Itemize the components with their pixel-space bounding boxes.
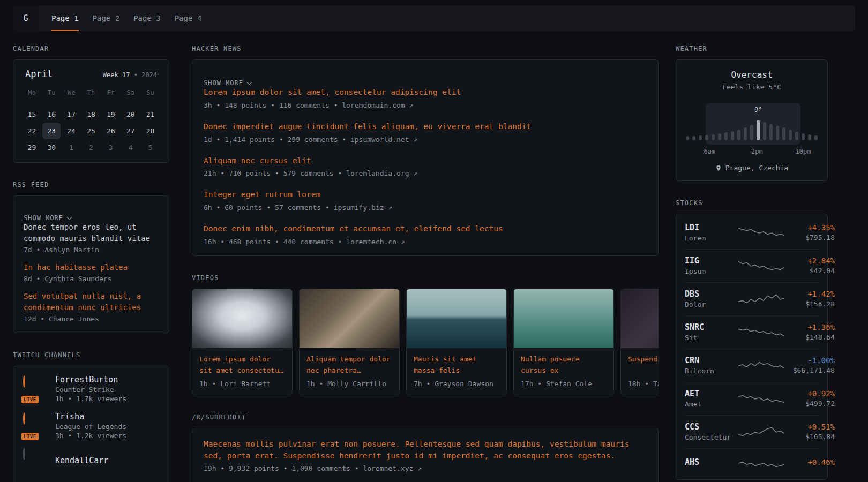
video-card[interactable]: Nullam posuere cursus ex 17h • Stefan Co…	[513, 289, 614, 395]
twitch-channel-row[interactable]: KendallCarr	[23, 449, 159, 473]
hackernews-item-title[interactable]: Integer eget rutrum lorem	[204, 189, 647, 201]
rss-widget: RSS FEED SHOW MORE Donec tempor eros leo…	[13, 181, 169, 333]
stock-row[interactable]: DBS Dolor +1.42% $156.28	[685, 282, 819, 315]
stock-values: +1.36% $148.64	[784, 323, 835, 341]
stock-values: +2.84% $42.04	[784, 257, 835, 275]
stock-ticker: CRN	[685, 356, 738, 365]
video-title[interactable]: Lorem ipsum dolor sit amet consectetu…	[199, 353, 285, 376]
stock-row[interactable]: AHS +0.46%	[685, 448, 819, 477]
video-meta: 1h • Molly Carrillo	[306, 380, 392, 388]
calendar-day-of-week: Sa	[121, 86, 140, 100]
video-card-body: Aliquam tempor dolor nec pharetra… 1h • …	[300, 348, 399, 395]
weather-bar	[692, 136, 695, 140]
calendar-header: April Week 17 • 2024	[22, 69, 160, 79]
video-title[interactable]: Mauris sit amet massa felis	[414, 353, 499, 376]
hackernews-item-title[interactable]: Donec imperdiet augue tincidunt felis al…	[204, 121, 647, 133]
page-tab[interactable]: Page 4	[175, 5, 202, 31]
stock-row[interactable]: SNRC Sit +1.36% $148.64	[685, 315, 819, 349]
rss-item-title[interactable]: In hac habitasse platea	[24, 262, 159, 273]
page-tab[interactable]: Page 1	[51, 5, 79, 31]
twitch-channel-info: Trisha League of Legends 3h • 1.2k viewe…	[55, 412, 126, 440]
page-tab[interactable]: Page 2	[93, 5, 120, 31]
content: CALENDAR April Week 17 • 2024 MoTuWeThFr…	[0, 31, 868, 482]
video-meta: 17h • Stefan Cole	[521, 380, 607, 388]
calendar-day: 2	[82, 139, 100, 156]
hackernews-item-title[interactable]: Lorem ipsum dolor sit amet, consectetur …	[204, 87, 647, 99]
stock-sparkline	[738, 291, 784, 306]
rss-show-more-button[interactable]: SHOW MORE	[24, 214, 71, 222]
calendar-day: 5	[141, 139, 160, 156]
rss-item-title[interactable]: Sed volutpat nulla nisl, a condimentum n…	[24, 291, 159, 313]
weather-peak-label: 9°	[754, 106, 762, 114]
stock-ticker: AHS	[685, 457, 738, 467]
avatar	[23, 375, 25, 388]
stock-values: +4.35% $795.18	[784, 223, 835, 242]
calendar-week: Week 17	[103, 71, 130, 79]
stock-ticker: DBS	[685, 289, 738, 299]
twitch-channel-game: League of Legends	[55, 423, 126, 431]
app-logo[interactable]: G	[13, 5, 39, 31]
rss-widget-title: RSS FEED	[13, 181, 169, 189]
stock-name: Bitcorn	[685, 367, 738, 375]
video-meta: 7h • Grayson Dawson	[414, 380, 499, 388]
calendar-day: 22	[23, 123, 41, 139]
calendar-day: 17	[62, 106, 80, 123]
weather-bar	[776, 126, 779, 140]
rss-item-title[interactable]: Donec tempor eros leo, ut commodo mauris…	[24, 222, 159, 244]
stock-change: +0.46%	[784, 458, 835, 466]
stock-ticker: IIG	[685, 256, 738, 266]
stock-row[interactable]: LDI Lorem +4.35% $795.18	[685, 216, 819, 249]
calendar-day: 16	[42, 106, 61, 123]
twitch-channel-row[interactable]: LIVE Trisha League of Legends 3h • 1.2k …	[23, 412, 159, 440]
calendar-day-of-week: Mo	[22, 86, 42, 100]
video-card[interactable]: Aliquam tempor dolor nec pharetra… 1h • …	[299, 289, 400, 395]
subreddit-card: Maecenas mollis pulvinar erat non posuer…	[192, 428, 659, 482]
hackernews-item-title[interactable]: Aliquam nec cursus elit	[204, 155, 647, 167]
stock-name: Amet	[685, 400, 738, 408]
calendar-day: 27	[122, 123, 140, 139]
stock-row[interactable]: AET Amet +0.92% $499.72	[685, 382, 819, 415]
page-tab[interactable]: Page 3	[133, 5, 161, 31]
video-card[interactable]: Suspendisse diam 18h • Tara	[620, 289, 659, 395]
subreddit-widget: /R/SUBREDDIT Maecenas mollis pulvinar er…	[192, 413, 659, 482]
stock-sparkline	[738, 391, 784, 406]
weather-feels-like: Feels like 5°C	[686, 83, 818, 91]
video-card[interactable]: Lorem ipsum dolor sit amet consectetu… 1…	[192, 289, 293, 395]
calendar-day-of-week: We	[62, 86, 81, 100]
weather-times: 6am2pm10pm	[686, 148, 818, 156]
twitch-channel-row[interactable]: LIVE ForrestBurton Counter-Strike 1h • 1…	[23, 375, 159, 403]
stock-info: SNRC Sit	[685, 322, 738, 342]
subreddit-item-title[interactable]: Maecenas mollis pulvinar erat non posuer…	[204, 439, 647, 462]
video-card[interactable]: Mauris sit amet massa felis 7h • Grayson…	[406, 289, 507, 395]
video-title[interactable]: Suspendisse diam	[628, 353, 659, 376]
avatar	[23, 412, 25, 425]
stock-row[interactable]: CCS Consectetur +0.51% $165.84	[685, 415, 819, 448]
video-title[interactable]: Aliquam tempor dolor nec pharetra…	[306, 353, 392, 376]
hackernews-item-meta: 16h • 468 points • 440 comments • loremt…	[204, 238, 647, 246]
weather-widget: WEATHER Overcast Feels like 5°C 9° 6am2p…	[676, 45, 828, 181]
hackernews-widget-title: HACKER NEWS	[192, 45, 659, 52]
hackernews-show-more-button[interactable]: SHOW MORE	[204, 79, 251, 87]
weather-bar	[814, 135, 818, 140]
weather-widget-title: WEATHER	[676, 45, 828, 52]
stock-row[interactable]: CRN Bitcorn -1.00% $66,171.48	[685, 349, 819, 382]
hackernews-card: SHOW MORE Lorem ipsum dolor sit amet, co…	[192, 59, 659, 256]
weather-bar	[808, 134, 811, 140]
stock-change: +1.42%	[784, 290, 835, 298]
video-title[interactable]: Nullam posuere cursus ex	[521, 353, 607, 376]
stock-row[interactable]: IIG Ipsum +2.84% $42.04	[685, 249, 819, 282]
stock-values: +0.46%	[784, 458, 835, 468]
video-meta: 18h • Tara	[628, 380, 659, 388]
live-badge: LIVE	[21, 396, 39, 403]
weather-time-label: 10pm	[795, 148, 811, 155]
calendar-day-headers: MoTuWeThFrSaSu	[22, 86, 160, 100]
rss-card: SHOW MORE Donec tempor eros leo, ut comm…	[13, 195, 169, 333]
calendar-widget: CALENDAR April Week 17 • 2024 MoTuWeThFr…	[13, 45, 169, 163]
stock-ticker: SNRC	[685, 322, 738, 332]
weather-bar	[686, 136, 689, 140]
twitch-channel-name: Trisha	[55, 412, 126, 421]
hackernews-item-meta: 21h • 710 points • 579 comments • loreml…	[204, 169, 647, 177]
weather-bar	[763, 122, 766, 140]
hackernews-item-title[interactable]: Donec enim nibh, condimentum et accumsan…	[204, 223, 647, 235]
calendar-day: 23	[42, 123, 61, 139]
